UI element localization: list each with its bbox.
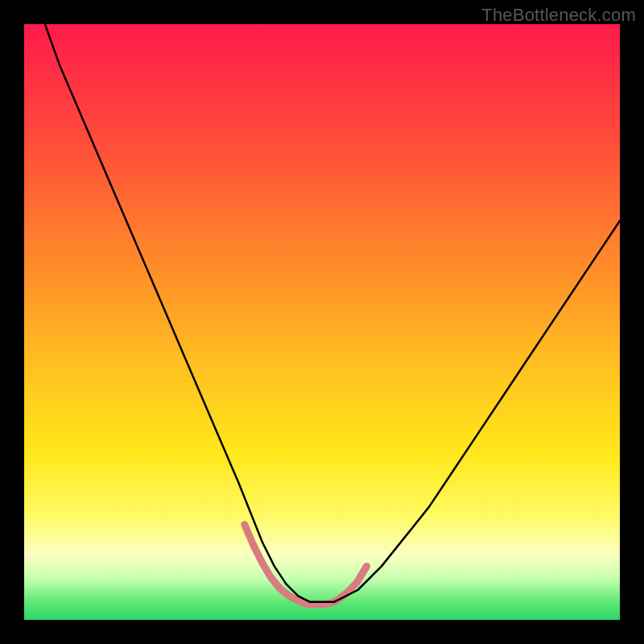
chart-frame: TheBottleneck.com [0, 0, 644, 644]
watermark-text: TheBottleneck.com [481, 5, 636, 26]
valley-highlight-path [245, 525, 367, 605]
curve-layer [24, 24, 620, 620]
plot-area [24, 24, 620, 620]
bottleneck-curve-path [45, 24, 620, 602]
